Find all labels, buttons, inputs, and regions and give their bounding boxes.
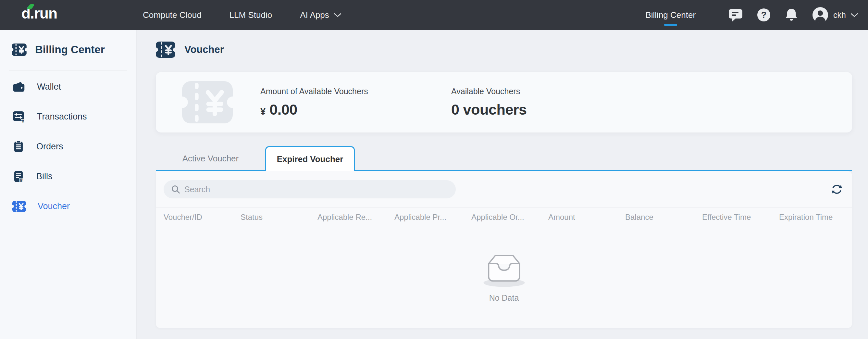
bell-icon[interactable] [784, 8, 798, 22]
voucher-table-panel: Voucher/ID Status Applicable Re... Appli… [156, 171, 852, 328]
nav-item-label: LLM Studio [229, 10, 272, 20]
nav-item-label: AI Apps [300, 10, 329, 20]
sidebar-item-label: Voucher [38, 201, 70, 211]
chat-icon[interactable] [728, 8, 743, 22]
available-amount-value: 0.00 [270, 101, 297, 118]
sidebar-item-label: Orders [36, 142, 63, 152]
column-header-effective-time[interactable]: Effective Time [702, 213, 779, 222]
available-count-value-row: 0 vouchers [451, 101, 527, 118]
nav-item-ai-apps[interactable]: AI Apps [300, 10, 341, 20]
voucher-page-icon [156, 41, 175, 58]
user-menu[interactable]: ckh [812, 6, 858, 23]
active-product-underline [664, 24, 677, 26]
sidebar-item-wallet[interactable]: Wallet [0, 76, 136, 97]
sidebar-item-orders[interactable]: Orders [0, 136, 136, 157]
transactions-icon: ¥ [12, 110, 25, 123]
available-count-label: Available Vouchers [451, 87, 527, 96]
sidebar-item-label: Transactions [37, 112, 87, 122]
column-header-applicable-product[interactable]: Applicable Pr... [394, 213, 471, 222]
wallet-icon [12, 81, 25, 93]
sidebar-menu: Wallet ¥ Transactions [0, 70, 136, 217]
username: ckh [833, 10, 846, 20]
available-count-value: 0 vouchers [451, 101, 527, 118]
svg-text:¥: ¥ [22, 119, 25, 123]
header-right-cluster: Billing Center ? [645, 0, 858, 30]
app-logo-text: d.run [22, 5, 57, 22]
tab-label: Expired Voucher [277, 154, 343, 164]
card-divider [434, 83, 434, 122]
avatar-icon [812, 6, 829, 23]
sidebar-item-label: Bills [36, 172, 53, 182]
top-nav: Compute Cloud LLM Studio AI Apps [143, 0, 341, 30]
page-title: Voucher [184, 44, 224, 56]
column-header-amount[interactable]: Amount [548, 213, 625, 222]
available-amount-label: Amount of Available Vouchers [260, 87, 434, 96]
available-amount-stat: Amount of Available Vouchers ¥ 0.00 [260, 87, 434, 118]
currency-symbol: ¥ [260, 106, 266, 117]
column-header-status[interactable]: Status [241, 213, 317, 222]
page-title-row: Voucher [156, 41, 852, 58]
search-input[interactable] [184, 185, 448, 194]
help-icon[interactable]: ? [757, 8, 771, 22]
table-header-row: Voucher/ID Status Applicable Re... Appli… [156, 207, 852, 227]
empty-state: No Data [156, 227, 852, 303]
tab-label: Active Voucher [182, 154, 239, 164]
empty-state-text: No Data [489, 293, 519, 303]
voucher-icon [12, 201, 26, 212]
chevron-down-icon [850, 13, 858, 18]
tab-active-voucher[interactable]: Active Voucher [156, 146, 265, 171]
nav-item-llm-studio[interactable]: LLM Studio [229, 10, 272, 20]
column-header-balance[interactable]: Balance [625, 213, 702, 222]
sidebar-title: Billing Center [35, 43, 105, 56]
billing-center-icon [12, 43, 27, 56]
orders-icon [12, 140, 25, 153]
empty-inbox-icon [480, 247, 528, 289]
svg-text:¥: ¥ [20, 178, 22, 183]
app-header: d.run Compute Cloud LLM Studio AI Apps B… [0, 0, 868, 30]
svg-text:?: ? [761, 10, 767, 20]
panel-toolbar [156, 171, 852, 198]
refresh-icon[interactable] [830, 183, 844, 196]
voucher-summary-card: Amount of Available Vouchers ¥ 0.00 Avai… [156, 72, 852, 132]
voucher-tabs: Active Voucher Expired Voucher [156, 146, 852, 171]
column-header-expiration-time[interactable]: Expiration Time [779, 213, 844, 222]
sidebar-item-voucher[interactable]: Voucher [0, 196, 136, 217]
column-header-applicable-order[interactable]: Applicable Or... [471, 213, 548, 222]
billing-center-link[interactable]: Billing Center [645, 0, 695, 30]
voucher-watermark-icon [182, 81, 233, 123]
available-count-stat: Available Vouchers 0 vouchers [451, 87, 527, 118]
sidebar-item-bills[interactable]: ¥ Bills [0, 166, 136, 187]
sidebar: Billing Center Wallet [0, 30, 137, 339]
search-box[interactable] [164, 180, 456, 198]
chevron-down-icon [334, 13, 341, 18]
nav-item-compute-cloud[interactable]: Compute Cloud [143, 10, 202, 20]
main-content: Voucher Amount of Available Vouchers ¥ 0… [137, 30, 868, 339]
available-amount-value-row: ¥ 0.00 [260, 101, 434, 118]
sidebar-item-transactions[interactable]: ¥ Transactions [0, 106, 136, 127]
search-icon [171, 184, 181, 194]
sidebar-header: Billing Center [0, 30, 136, 56]
bills-icon: ¥ [12, 170, 25, 183]
tab-expired-voucher[interactable]: Expired Voucher [265, 146, 355, 171]
column-header-applicable-region[interactable]: Applicable Re... [317, 213, 394, 222]
nav-item-label: Compute Cloud [143, 10, 202, 20]
billing-center-label: Billing Center [645, 10, 695, 20]
app-logo[interactable]: d.run [22, 4, 57, 22]
column-header-voucher-id[interactable]: Voucher/ID [164, 213, 241, 222]
sidebar-item-label: Wallet [37, 82, 61, 92]
